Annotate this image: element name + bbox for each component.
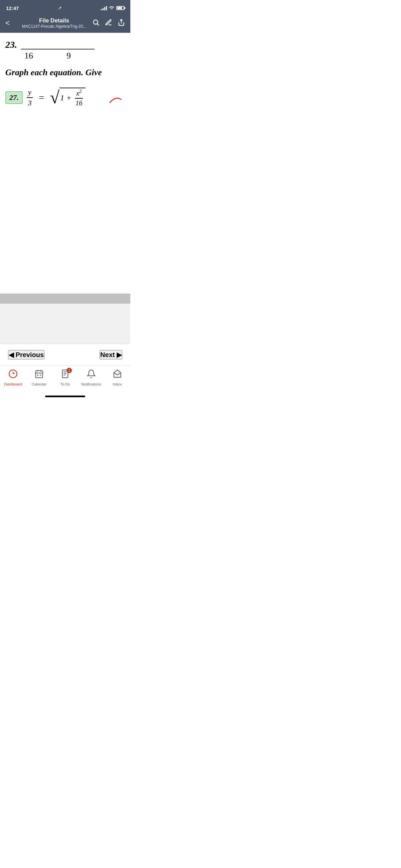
inner-fraction-x2-16: x2 16 bbox=[74, 89, 83, 107]
tab-inbox-label: Inbox bbox=[113, 382, 122, 386]
sqrt-expression: √ 1 + x2 16 bbox=[50, 88, 86, 108]
todo-icon: 1 bbox=[61, 369, 70, 381]
document-content: 23. — — 16 9 Graph each equation. Give 2… bbox=[0, 33, 130, 200]
equation-27: y 3 = √ 1 + x2 16 bbox=[27, 88, 86, 108]
dashboard-icon bbox=[8, 369, 18, 381]
next-button[interactable]: Next ▶ bbox=[100, 350, 122, 360]
nav-actions bbox=[92, 19, 125, 28]
fraction-y-3: y 3 bbox=[27, 88, 33, 107]
red-annotation bbox=[108, 94, 122, 106]
gray-divider bbox=[0, 293, 130, 304]
status-bar: 12:47 ↗ bbox=[0, 0, 130, 15]
problem-23-number: 23. bbox=[5, 39, 17, 50]
problem-27: 27. y 3 = √ 1 + x2 16 bbox=[5, 88, 125, 108]
sqrt-inner-content: 1 + x2 16 bbox=[60, 88, 86, 108]
nav-bar: < File Details MAC1147-Precalc Algebra/T… bbox=[0, 15, 130, 33]
white-area bbox=[0, 304, 130, 344]
sqrt-one-plus: 1 + bbox=[60, 93, 71, 102]
svg-rect-9 bbox=[40, 374, 41, 376]
calendar-icon bbox=[34, 369, 44, 381]
todo-badge: 1 bbox=[67, 368, 72, 373]
tab-todo[interactable]: 1 To Do bbox=[52, 369, 78, 386]
inner-frac-denominator: 16 bbox=[74, 99, 83, 107]
pen-button[interactable] bbox=[105, 19, 112, 28]
svg-line-2 bbox=[97, 24, 99, 25]
tab-dashboard[interactable]: Dashboard bbox=[0, 369, 26, 386]
inbox-icon bbox=[112, 369, 122, 381]
section-heading: Graph each equation. Give bbox=[5, 67, 125, 78]
tab-notifications[interactable]: Notifications bbox=[78, 369, 104, 386]
previous-button[interactable]: ◀ Previous bbox=[8, 350, 44, 360]
inner-frac-numerator: x2 bbox=[75, 89, 83, 99]
svg-rect-4 bbox=[36, 371, 43, 378]
wifi-icon bbox=[109, 6, 114, 11]
bell-icon bbox=[87, 369, 96, 381]
problem-27-badge: 27. bbox=[5, 91, 23, 104]
frac-y-denominator: 3 bbox=[27, 98, 33, 107]
back-button[interactable]: < bbox=[5, 19, 16, 27]
frac-y-numerator: y bbox=[27, 88, 33, 98]
status-icons bbox=[101, 6, 124, 11]
problem-23-fraction: — — 16 9 bbox=[21, 39, 95, 61]
nav-title-sub: MAC1147-Precalc Algebra/Trig-20... bbox=[16, 24, 92, 29]
prob23-denom2: 9 bbox=[67, 51, 71, 61]
tab-bar: Dashboard Calendar bbox=[0, 366, 130, 393]
nav-title: File Details MAC1147-Precalc Algebra/Tri… bbox=[16, 18, 92, 29]
home-indicator bbox=[45, 396, 85, 397]
tab-inbox[interactable]: Inbox bbox=[104, 369, 130, 386]
prob23-denom1: 16 bbox=[24, 51, 33, 61]
status-arrow: ↗ bbox=[58, 5, 62, 11]
search-button[interactable] bbox=[92, 19, 100, 28]
frac-blank-2: — bbox=[48, 39, 56, 48]
svg-point-1 bbox=[94, 20, 98, 24]
prev-label: ◀ Previous bbox=[9, 351, 44, 359]
prev-next-bar: ◀ Previous Next ▶ bbox=[0, 344, 130, 366]
equals-sign: = bbox=[38, 92, 45, 103]
problem-23: 23. — — 16 9 bbox=[5, 39, 125, 61]
svg-point-0 bbox=[111, 9, 112, 9]
svg-rect-8 bbox=[37, 374, 38, 376]
frac-blank-1: — bbox=[21, 39, 28, 48]
share-button[interactable] bbox=[118, 19, 125, 28]
tab-calendar[interactable]: Calendar bbox=[26, 369, 52, 386]
signal-icon bbox=[101, 6, 107, 10]
tab-todo-label: To Do bbox=[61, 382, 70, 386]
status-time: 12:47 bbox=[6, 5, 19, 11]
sqrt-symbol: √ bbox=[50, 89, 60, 106]
tab-notifications-label: Notifications bbox=[81, 382, 101, 386]
tab-dashboard-label: Dashboard bbox=[4, 382, 22, 386]
next-label: Next ▶ bbox=[100, 351, 122, 359]
nav-title-main: File Details bbox=[16, 18, 92, 24]
battery-icon bbox=[116, 6, 124, 10]
tab-calendar-label: Calendar bbox=[32, 382, 47, 386]
